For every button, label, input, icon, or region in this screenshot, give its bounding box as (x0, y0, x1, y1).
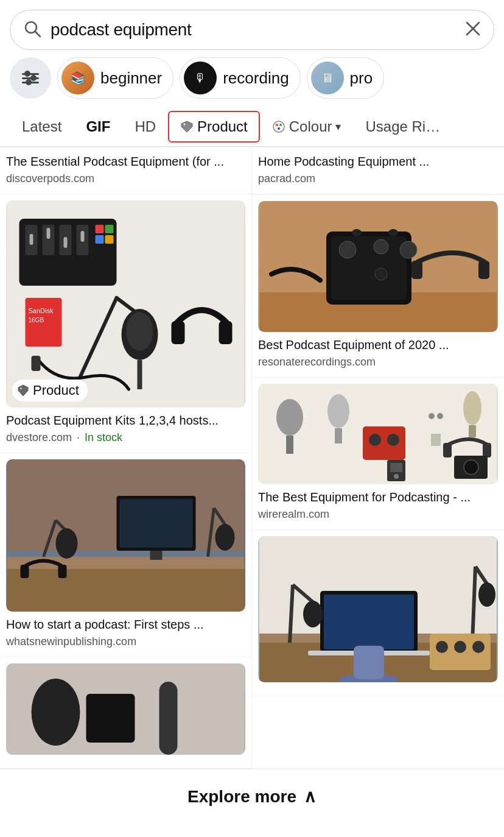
results-wrapper: The Essential Podcast Equipment (for ...… (0, 147, 504, 769)
desk-setup-svg (258, 536, 498, 682)
tab-colour-palette-icon (272, 120, 285, 133)
svg-point-8 (278, 127, 280, 130)
filter-line-3 (22, 82, 39, 83)
svg-rect-81 (483, 443, 491, 457)
result-image-podcast-kit: SanDisk 16GB (6, 200, 245, 408)
result-image-placeholder-podcast-kit: SanDisk 16GB (6, 200, 245, 408)
zoom-recorder-svg (258, 201, 498, 332)
result-title-essential: The Essential Podcast Equipment (for ... (6, 154, 245, 170)
studio-setup-svg (6, 459, 245, 612)
search-icon (23, 19, 42, 41)
svg-point-4 (184, 124, 186, 125)
search-query-text[interactable]: podcast equipment (51, 20, 456, 40)
svg-rect-31 (172, 321, 185, 344)
result-source-discoverpods: discoverpods.com (6, 172, 245, 185)
svg-rect-22 (105, 235, 114, 244)
svg-rect-45 (21, 565, 29, 578)
best-equipment-svg (258, 384, 498, 484)
chevron-up-icon: ∧ (304, 786, 317, 807)
svg-point-103 (472, 641, 485, 653)
filter-knob-2 (30, 75, 37, 81)
result-image-desk-setup (258, 536, 498, 682)
result-title-best-2020: Best Podcast Equipment of 2020 ... (258, 337, 498, 353)
svg-rect-65 (478, 261, 489, 279)
svg-point-73 (387, 434, 399, 446)
tab-hd[interactable]: HD (122, 108, 168, 145)
filter-tabs-bar: Latest GIF HD Product Colour ▾ Usage Ri… (0, 107, 504, 147)
svg-rect-21 (96, 235, 104, 244)
filter-line-1 (22, 73, 39, 75)
result-item-podcast-kit[interactable]: SanDisk 16GB (0, 194, 251, 453)
result-image-placeholder-studio (6, 459, 245, 612)
svg-point-96 (303, 601, 323, 627)
clear-search-icon[interactable] (464, 20, 481, 40)
svg-text:SanDisk: SanDisk (29, 307, 54, 314)
chip-recording[interactable]: 🎙 recording (180, 57, 300, 99)
svg-point-29 (127, 312, 153, 351)
svg-point-78 (463, 391, 481, 425)
result-item-partial-left[interactable] (0, 657, 251, 769)
explore-more-text: Explore more (187, 787, 296, 807)
product-badge: Product (12, 380, 88, 401)
result-item-best-equipment[interactable]: The Best Equipment for Podcasting - ... … (252, 378, 504, 530)
svg-point-61 (375, 268, 387, 280)
tab-usage-rights[interactable]: Usage Ri… (353, 108, 452, 145)
svg-rect-75 (431, 434, 441, 446)
chip-thumb-recording: 🎙 (184, 62, 217, 94)
result-item-top-left-snippet: The Essential Podcast Equipment (for ...… (0, 147, 251, 194)
filter-icon-button[interactable] (10, 57, 51, 99)
svg-point-83 (464, 460, 478, 475)
chip-thumb-pro: 🖥 (311, 62, 344, 94)
explore-more-footer[interactable]: Explore more ∧ (0, 769, 504, 824)
chip-label-beginner: beginner (100, 69, 162, 88)
chip-label-pro: pro (350, 69, 373, 88)
result-image-placeholder-desk-setup (258, 536, 498, 682)
chip-beginner[interactable]: 📚 beginner (57, 57, 173, 99)
chip-thumb-bg-pro: 🖥 (311, 62, 344, 94)
svg-point-44 (56, 528, 78, 559)
svg-point-69 (327, 394, 349, 428)
results-left-column: The Essential Podcast Equipment (for ...… (0, 147, 252, 769)
result-item-desk-setup[interactable] (252, 530, 504, 696)
svg-point-34 (20, 387, 21, 389)
result-source-dvestore: dvestore.com · In stock (6, 431, 245, 444)
svg-rect-105 (354, 646, 384, 679)
svg-text:16GB: 16GB (29, 317, 44, 323)
results-right-column: Home Podcasting Equipment ... pacrad.com (252, 147, 504, 769)
result-item-home-podcasting[interactable]: Home Podcasting Equipment ... pacrad.com (252, 147, 504, 194)
result-image-placeholder-zoom (258, 201, 498, 332)
tab-gif[interactable]: GIF (74, 108, 122, 145)
product-badge-tag-icon (17, 384, 29, 397)
tab-colour[interactable]: Colour ▾ (260, 108, 354, 145)
svg-rect-52 (86, 694, 135, 743)
filter-lines-icon (22, 73, 39, 83)
svg-rect-53 (159, 682, 178, 755)
svg-rect-71 (363, 426, 405, 460)
svg-point-72 (369, 434, 381, 446)
tab-hd-label: HD (135, 118, 156, 135)
svg-point-102 (454, 641, 466, 653)
filter-knob-1 (24, 71, 30, 77)
tab-product[interactable]: Product (168, 111, 260, 143)
svg-rect-15 (30, 234, 33, 245)
tab-colour-dropdown-icon: ▾ (335, 120, 341, 133)
svg-point-6 (276, 124, 278, 126)
result-image-zoom-recorder (258, 201, 498, 332)
tab-colour-label: Colour (289, 118, 332, 135)
filter-line-2 (22, 77, 39, 79)
tab-latest[interactable]: Latest (10, 108, 74, 145)
in-stock-badge: In stock (85, 431, 122, 444)
svg-rect-92 (324, 595, 414, 649)
result-item-studio-setup[interactable]: How to start a podcast: First steps ... … (0, 453, 251, 657)
svg-rect-40 (120, 499, 193, 548)
chip-thumb-bg-recording: 🎙 (184, 62, 217, 94)
result-item-zoom-recorder[interactable]: Best Podcast Equipment of 2020 ... reson… (252, 195, 504, 378)
chip-pro[interactable]: 🖥 pro (307, 57, 385, 99)
svg-point-58 (339, 241, 356, 258)
svg-rect-37 (7, 557, 245, 569)
result-image-partial-left (6, 663, 245, 755)
tab-usage-rights-label: Usage Ri… (365, 118, 440, 135)
result-title-podcast-kit: Podcast Equipment Kits 1,2,3,4 hosts... (6, 412, 245, 429)
result-title-home-podcasting: Home Podcasting Equipment ... (258, 154, 498, 170)
svg-rect-68 (286, 436, 293, 454)
